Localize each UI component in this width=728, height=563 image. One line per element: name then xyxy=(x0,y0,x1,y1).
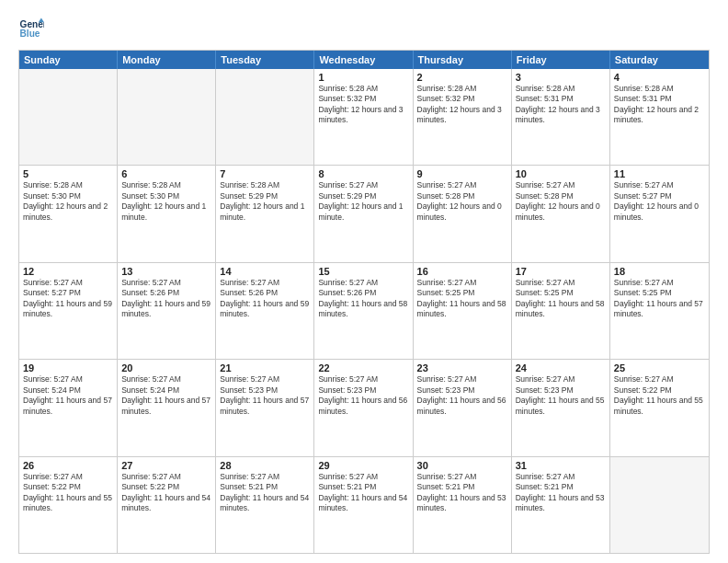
day-number: 25 xyxy=(614,362,705,373)
cell-info: Sunrise: 5:27 AM Sunset: 5:23 PM Dayligh… xyxy=(220,374,310,417)
calendar-cell-12: 12Sunrise: 5:27 AM Sunset: 5:27 PM Dayli… xyxy=(19,263,118,359)
cell-info: Sunrise: 5:27 AM Sunset: 5:26 PM Dayligh… xyxy=(220,278,310,320)
cell-info: Sunrise: 5:27 AM Sunset: 5:29 PM Dayligh… xyxy=(318,180,408,223)
day-number: 17 xyxy=(516,266,606,277)
calendar-cell-empty-4-6 xyxy=(610,457,709,553)
day-number: 15 xyxy=(318,266,408,277)
cell-info: Sunrise: 5:27 AM Sunset: 5:23 PM Dayligh… xyxy=(417,374,507,417)
logo: General Blue xyxy=(18,17,48,42)
calendar-row-5: 26Sunrise: 5:27 AM Sunset: 5:22 PM Dayli… xyxy=(19,456,709,553)
day-number: 19 xyxy=(23,362,113,373)
calendar: SundayMondayTuesdayWednesdayThursdayFrid… xyxy=(18,50,710,554)
day-number: 20 xyxy=(121,362,211,373)
calendar-cell-17: 17Sunrise: 5:27 AM Sunset: 5:25 PM Dayli… xyxy=(512,263,610,359)
header-day-saturday: Saturday xyxy=(610,51,709,69)
day-number: 24 xyxy=(516,362,606,373)
calendar-cell-10: 10Sunrise: 5:27 AM Sunset: 5:28 PM Dayli… xyxy=(512,166,610,261)
cell-info: Sunrise: 5:27 AM Sunset: 5:21 PM Dayligh… xyxy=(516,472,606,514)
day-number: 16 xyxy=(417,266,507,277)
calendar-cell-25: 25Sunrise: 5:27 AM Sunset: 5:22 PM Dayli… xyxy=(610,360,709,455)
cell-info: Sunrise: 5:27 AM Sunset: 5:28 PM Dayligh… xyxy=(516,180,606,223)
day-number: 3 xyxy=(516,72,606,83)
calendar-cell-1: 1Sunrise: 5:28 AM Sunset: 5:32 PM Daylig… xyxy=(314,69,413,165)
calendar-cell-3: 3Sunrise: 5:28 AM Sunset: 5:31 PM Daylig… xyxy=(512,69,610,165)
calendar-cell-15: 15Sunrise: 5:27 AM Sunset: 5:26 PM Dayli… xyxy=(314,263,413,359)
cell-info: Sunrise: 5:27 AM Sunset: 5:28 PM Dayligh… xyxy=(417,180,507,223)
day-number: 21 xyxy=(220,362,310,373)
day-number: 12 xyxy=(23,266,113,277)
header-day-wednesday: Wednesday xyxy=(314,51,413,69)
cell-info: Sunrise: 5:27 AM Sunset: 5:27 PM Dayligh… xyxy=(614,180,705,223)
calendar-cell-8: 8Sunrise: 5:27 AM Sunset: 5:29 PM Daylig… xyxy=(314,166,413,261)
cell-info: Sunrise: 5:28 AM Sunset: 5:32 PM Dayligh… xyxy=(318,84,408,126)
header-day-monday: Monday xyxy=(118,51,216,69)
calendar-cell-9: 9Sunrise: 5:27 AM Sunset: 5:28 PM Daylig… xyxy=(414,166,512,261)
cell-info: Sunrise: 5:27 AM Sunset: 5:23 PM Dayligh… xyxy=(516,374,606,417)
day-number: 1 xyxy=(318,72,408,83)
calendar-cell-empty-0-2 xyxy=(216,69,314,165)
calendar-cell-11: 11Sunrise: 5:27 AM Sunset: 5:27 PM Dayli… xyxy=(610,166,709,261)
cell-info: Sunrise: 5:28 AM Sunset: 5:30 PM Dayligh… xyxy=(23,180,113,223)
calendar-body: 1Sunrise: 5:28 AM Sunset: 5:32 PM Daylig… xyxy=(19,69,709,553)
cell-info: Sunrise: 5:27 AM Sunset: 5:25 PM Dayligh… xyxy=(516,278,606,320)
day-number: 7 xyxy=(220,168,310,179)
calendar-row-2: 5Sunrise: 5:28 AM Sunset: 5:30 PM Daylig… xyxy=(19,165,709,261)
calendar-cell-6: 6Sunrise: 5:28 AM Sunset: 5:30 PM Daylig… xyxy=(118,166,216,261)
svg-text:Blue: Blue xyxy=(20,29,40,39)
calendar-header: SundayMondayTuesdayWednesdayThursdayFrid… xyxy=(19,51,709,69)
cell-info: Sunrise: 5:28 AM Sunset: 5:29 PM Dayligh… xyxy=(220,180,310,223)
day-number: 5 xyxy=(23,168,113,179)
cell-info: Sunrise: 5:27 AM Sunset: 5:21 PM Dayligh… xyxy=(318,472,408,514)
cell-info: Sunrise: 5:28 AM Sunset: 5:31 PM Dayligh… xyxy=(516,84,606,126)
header-day-friday: Friday xyxy=(512,51,610,69)
logo-icon: General Blue xyxy=(18,17,44,42)
cell-info: Sunrise: 5:27 AM Sunset: 5:26 PM Dayligh… xyxy=(318,278,408,320)
calendar-row-4: 19Sunrise: 5:27 AM Sunset: 5:24 PM Dayli… xyxy=(19,359,709,455)
cell-info: Sunrise: 5:27 AM Sunset: 5:22 PM Dayligh… xyxy=(121,472,211,514)
calendar-cell-24: 24Sunrise: 5:27 AM Sunset: 5:23 PM Dayli… xyxy=(512,360,610,455)
day-number: 6 xyxy=(121,168,211,179)
day-number: 26 xyxy=(23,460,113,471)
calendar-cell-23: 23Sunrise: 5:27 AM Sunset: 5:23 PM Dayli… xyxy=(414,360,512,455)
day-number: 8 xyxy=(318,168,408,179)
header-day-sunday: Sunday xyxy=(19,51,118,69)
day-number: 9 xyxy=(417,168,507,179)
day-number: 4 xyxy=(614,72,705,83)
day-number: 11 xyxy=(614,168,705,179)
day-number: 27 xyxy=(121,460,211,471)
calendar-cell-13: 13Sunrise: 5:27 AM Sunset: 5:26 PM Dayli… xyxy=(118,263,216,359)
cell-info: Sunrise: 5:27 AM Sunset: 5:25 PM Dayligh… xyxy=(614,278,705,320)
cell-info: Sunrise: 5:27 AM Sunset: 5:22 PM Dayligh… xyxy=(614,374,705,417)
header-day-thursday: Thursday xyxy=(414,51,512,69)
calendar-cell-19: 19Sunrise: 5:27 AM Sunset: 5:24 PM Dayli… xyxy=(19,360,118,455)
day-number: 29 xyxy=(318,460,408,471)
calendar-cell-28: 28Sunrise: 5:27 AM Sunset: 5:21 PM Dayli… xyxy=(216,457,314,553)
calendar-cell-14: 14Sunrise: 5:27 AM Sunset: 5:26 PM Dayli… xyxy=(216,263,314,359)
day-number: 14 xyxy=(220,266,310,277)
calendar-row-3: 12Sunrise: 5:27 AM Sunset: 5:27 PM Dayli… xyxy=(19,262,709,359)
header-day-tuesday: Tuesday xyxy=(216,51,314,69)
day-number: 28 xyxy=(220,460,310,471)
calendar-cell-2: 2Sunrise: 5:28 AM Sunset: 5:32 PM Daylig… xyxy=(414,69,512,165)
calendar-cell-29: 29Sunrise: 5:27 AM Sunset: 5:21 PM Dayli… xyxy=(314,457,413,553)
calendar-cell-7: 7Sunrise: 5:28 AM Sunset: 5:29 PM Daylig… xyxy=(216,166,314,261)
calendar-cell-empty-0-0 xyxy=(19,69,118,165)
calendar-cell-20: 20Sunrise: 5:27 AM Sunset: 5:24 PM Dayli… xyxy=(118,360,216,455)
cell-info: Sunrise: 5:27 AM Sunset: 5:25 PM Dayligh… xyxy=(417,278,507,320)
cell-info: Sunrise: 5:27 AM Sunset: 5:26 PM Dayligh… xyxy=(121,278,211,320)
calendar-cell-26: 26Sunrise: 5:27 AM Sunset: 5:22 PM Dayli… xyxy=(19,457,118,553)
cell-info: Sunrise: 5:27 AM Sunset: 5:27 PM Dayligh… xyxy=(23,278,113,320)
day-number: 10 xyxy=(516,168,606,179)
calendar-cell-18: 18Sunrise: 5:27 AM Sunset: 5:25 PM Dayli… xyxy=(610,263,709,359)
cell-info: Sunrise: 5:27 AM Sunset: 5:21 PM Dayligh… xyxy=(220,472,310,514)
day-number: 22 xyxy=(318,362,408,373)
calendar-cell-22: 22Sunrise: 5:27 AM Sunset: 5:23 PM Dayli… xyxy=(314,360,413,455)
day-number: 23 xyxy=(417,362,507,373)
cell-info: Sunrise: 5:27 AM Sunset: 5:23 PM Dayligh… xyxy=(318,374,408,417)
calendar-cell-21: 21Sunrise: 5:27 AM Sunset: 5:23 PM Dayli… xyxy=(216,360,314,455)
day-number: 31 xyxy=(516,460,606,471)
calendar-cell-16: 16Sunrise: 5:27 AM Sunset: 5:25 PM Dayli… xyxy=(414,263,512,359)
cell-info: Sunrise: 5:27 AM Sunset: 5:22 PM Dayligh… xyxy=(23,472,113,514)
page: General Blue SundayMondayTuesdayWednesda… xyxy=(0,0,728,563)
day-number: 13 xyxy=(121,266,211,277)
